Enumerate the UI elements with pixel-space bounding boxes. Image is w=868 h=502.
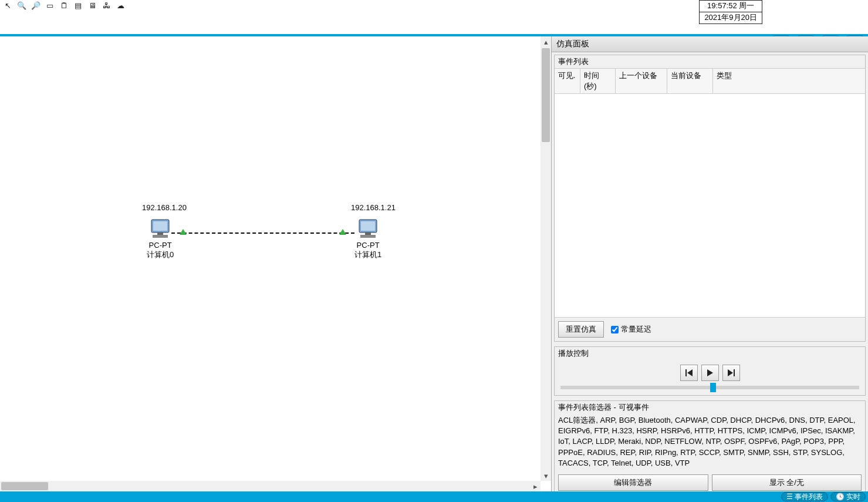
svg-rect-2	[153, 221, 167, 231]
col-prev-device[interactable]: 上一个设备	[616, 69, 667, 93]
list-icon: ☰	[786, 493, 793, 501]
col-time[interactable]: 时间(秒)	[580, 69, 616, 93]
v-scroll-thumb[interactable]	[542, 48, 550, 142]
pc0-name: 计算机0	[147, 250, 174, 260]
scroll-up-icon[interactable]: ▴	[541, 36, 551, 47]
event-list-group: 事件列表 可见. 时间(秒) 上一个设备 当前设备 类型 重置仿真 常量延迟	[554, 55, 866, 342]
topology-canvas-wrap: 192.168.1.20 192.168.1.21 PC-PT 计算机0	[0, 36, 551, 491]
col-type[interactable]: 类型	[713, 69, 865, 93]
event-table-header: 可见. 时间(秒) 上一个设备 当前设备 类型	[555, 68, 865, 94]
realtime-label: 实时	[846, 492, 860, 502]
status-bar: ☰ 事件列表 🕓 实时	[0, 491, 868, 502]
event-list-label: 事件列表	[795, 492, 823, 502]
svg-marker-10	[687, 369, 693, 376]
pc1-ip-label[interactable]: 192.168.1.21	[351, 203, 396, 212]
col-curr-device[interactable]: 当前设备	[667, 69, 713, 93]
svg-rect-13	[734, 369, 735, 376]
event-table-body[interactable]	[555, 94, 865, 317]
const-delay-label: 常量延迟	[621, 324, 651, 335]
device-icon[interactable]: 🖥	[87, 0, 97, 11]
reset-row: 重置仿真 常量延迟	[555, 317, 865, 341]
network-icon[interactable]: 🖧	[101, 0, 112, 11]
realtime-toggle[interactable]: 🕓 实时	[830, 492, 866, 501]
clock-widget: 19:57:52 周一 2021年9月20日	[699, 0, 762, 24]
device-pc1[interactable]: PC-PT 计算机1	[354, 218, 381, 260]
pc0-type: PC-PT	[147, 241, 174, 250]
port-status-pc1	[339, 229, 346, 235]
col-visible[interactable]: 可见.	[555, 69, 580, 93]
link-pc0-pc1[interactable]	[171, 233, 354, 234]
step-forward-button[interactable]	[722, 365, 740, 381]
port-status-pc0	[180, 229, 187, 235]
filter-protocol-list: ACL筛选器, ARP, BGP, Bluetooth, CAPWAP, CDP…	[555, 414, 865, 472]
svg-rect-4	[153, 235, 168, 238]
scroll-right-icon[interactable]: ▸	[530, 481, 541, 491]
simulation-panel: 仿真面板 事件列表 可见. 时间(秒) 上一个设备 当前设备 类型 重置仿真 常…	[551, 36, 868, 491]
reset-sim-button[interactable]: 重置仿真	[558, 321, 604, 338]
speed-slider-thumb[interactable]	[710, 383, 716, 392]
device-pc0[interactable]: PC-PT 计算机0	[147, 218, 174, 260]
clock-date: 2021年9月20日	[700, 12, 762, 23]
clock-icon: 🕓	[836, 493, 845, 501]
list-icon[interactable]: ▤	[73, 0, 83, 11]
pc-icon	[357, 218, 379, 240]
h-scroll-thumb[interactable]	[1, 482, 48, 490]
canvas-h-scrollbar[interactable]: ▸	[0, 481, 541, 491]
svg-marker-11	[707, 369, 713, 376]
const-delay-input[interactable]	[611, 326, 619, 333]
pc0-ip-label[interactable]: 192.168.1.20	[142, 203, 187, 212]
play-button[interactable]	[701, 365, 719, 381]
play-control-title: 播放控制	[555, 347, 865, 360]
fit-icon[interactable]: ▭	[45, 0, 55, 11]
pc1-name: 计算机1	[354, 250, 381, 260]
sim-panel-title: 仿真面板	[552, 36, 868, 52]
show-all-none-button[interactable]: 显示 全/无	[712, 474, 862, 491]
edit-filter-button[interactable]: 编辑筛选器	[558, 474, 708, 491]
zoom-in-icon[interactable]: 🔍	[16, 0, 27, 11]
zoom-out-icon[interactable]: 🔎	[31, 0, 41, 11]
svg-rect-7	[365, 233, 371, 235]
pc-icon	[149, 218, 171, 240]
clock-time: 19:57:52 周一	[700, 1, 762, 12]
svg-rect-8	[360, 235, 376, 238]
pc1-type: PC-PT	[354, 241, 381, 250]
note-icon[interactable]: 🗒	[59, 0, 69, 11]
svg-rect-3	[157, 233, 163, 235]
svg-rect-6	[361, 221, 375, 231]
const-delay-checkbox[interactable]: 常量延迟	[611, 324, 651, 335]
filter-group: 事件列表筛选器 - 可视事件 ACL筛选器, ARP, BGP, Bluetoo…	[554, 400, 866, 495]
svg-marker-12	[728, 369, 733, 376]
step-back-button[interactable]	[680, 365, 698, 381]
filter-title: 事件列表筛选器 - 可视事件	[555, 401, 865, 414]
cloud-icon[interactable]: ☁	[115, 0, 126, 11]
event-list-toggle[interactable]: ☰ 事件列表	[781, 492, 828, 501]
arrow-icon[interactable]: ↖	[2, 0, 13, 11]
svg-rect-9	[685, 369, 687, 376]
event-list-title: 事件列表	[555, 55, 865, 68]
play-control-group: 播放控制	[554, 346, 866, 396]
topology-canvas[interactable]: 192.168.1.20 192.168.1.21 PC-PT 计算机0	[0, 36, 551, 491]
speed-slider[interactable]	[560, 386, 859, 389]
canvas-v-scrollbar[interactable]: ▴ ▾	[541, 36, 551, 481]
scroll-down-icon[interactable]: ▾	[541, 470, 551, 481]
main-area: 192.168.1.20 192.168.1.21 PC-PT 计算机0	[0, 36, 868, 491]
